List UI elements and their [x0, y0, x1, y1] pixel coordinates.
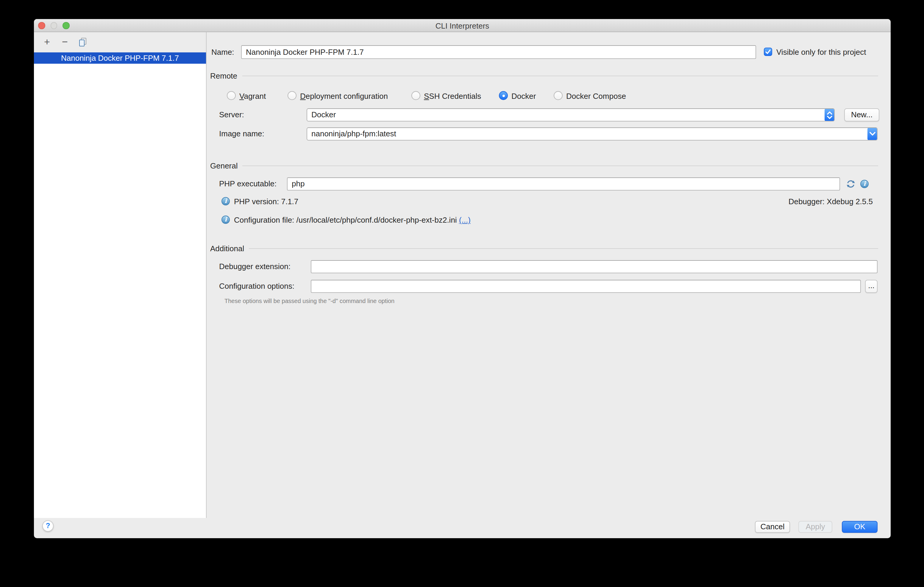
config-file-text: Configuration file: /usr/local/etc/php/c…	[234, 216, 470, 224]
remote-section-label: Remote	[210, 71, 237, 80]
window-title: CLI Interpreters	[34, 21, 891, 30]
debugger-version-text: Debugger: Xdebug 2.5.5	[789, 197, 873, 206]
name-input[interactable]: Nanoninja Docker PHP-FPM 7.1.7	[241, 45, 756, 59]
title-bar[interactable]: CLI Interpreters	[34, 19, 891, 32]
configuration-options-label: Configuration options:	[219, 282, 294, 290]
php-executable-info-icon[interactable]: i	[860, 180, 869, 188]
cancel-button[interactable]: Cancel	[755, 521, 790, 533]
php-version-info-icon: i	[221, 197, 230, 205]
remove-interpreter-button[interactable]: −	[59, 36, 70, 48]
visible-project-checkbox[interactable]	[764, 48, 772, 56]
visible-project-label[interactable]: Visible only for this project	[776, 48, 866, 56]
copy-interpreter-icon[interactable]	[78, 36, 88, 48]
debugger-extension-label: Debugger extension:	[219, 262, 290, 271]
general-section-label: General	[210, 161, 238, 170]
radio-deployment-configuration[interactable]	[287, 91, 297, 100]
image-name-dropdown-icon[interactable]	[868, 127, 878, 140]
ok-button[interactable]: OK	[842, 521, 878, 533]
image-name-label: Image name:	[219, 129, 264, 138]
server-select[interactable]: Docker	[307, 108, 835, 122]
configuration-options-input[interactable]	[311, 280, 861, 293]
name-label: Name:	[211, 48, 234, 56]
debugger-extension-input[interactable]	[311, 260, 878, 273]
new-server-button[interactable]: New...	[844, 108, 879, 122]
php-executable-label: PHP executable:	[219, 179, 277, 188]
interpreter-list: Nanoninja Docker PHP-FPM 7.1.7	[34, 53, 206, 518]
screen: CLI Interpreters + − Nanoninja Docker PH…	[0, 0, 924, 587]
radio-docker[interactable]	[499, 91, 508, 100]
options-hint-text: These options will be passed using the "…	[224, 298, 394, 304]
config-file-more-link[interactable]: (...)	[459, 216, 470, 224]
radio-docker-compose[interactable]	[554, 91, 563, 100]
sidebar-divider	[206, 32, 206, 518]
sidebar-toolbar: + −	[34, 32, 206, 53]
radio-docker-compose-label[interactable]: Docker Compose	[566, 92, 626, 101]
radio-vagrant[interactable]	[227, 91, 236, 100]
configuration-options-browse-button[interactable]: ...	[865, 280, 878, 293]
image-name-combobox[interactable]: nanoninja/php-fpm:latest	[307, 127, 878, 140]
radio-docker-label[interactable]: Docker	[512, 92, 536, 101]
list-item-selected[interactable]: Nanoninja Docker PHP-FPM 7.1.7	[34, 53, 206, 64]
config-file-info-icon: i	[221, 216, 230, 224]
radio-deployment-configuration-label[interactable]: Deployment configuration	[300, 92, 388, 101]
radio-ssh-credentials[interactable]	[411, 91, 420, 100]
radio-vagrant-label[interactable]: Vagrant	[239, 92, 266, 101]
php-executable-input[interactable]: php	[287, 177, 840, 191]
php-version-text: PHP version: 7.1.7	[234, 197, 298, 206]
server-label: Server:	[219, 110, 244, 119]
refresh-icon[interactable]	[846, 179, 856, 191]
additional-section-label: Additional	[210, 244, 244, 253]
general-section-header: General	[210, 162, 878, 170]
help-button[interactable]: ?	[42, 520, 54, 532]
additional-section-header: Additional	[210, 244, 878, 252]
add-interpreter-button[interactable]: +	[42, 36, 53, 48]
radio-ssh-credentials-label[interactable]: SSH Credentials	[424, 92, 481, 101]
remote-section-header: Remote	[210, 71, 878, 80]
server-stepper-icon[interactable]	[825, 108, 835, 122]
apply-button[interactable]: Apply	[799, 521, 832, 533]
cli-interpreters-dialog: CLI Interpreters + − Nanoninja Docker PH…	[34, 19, 891, 538]
